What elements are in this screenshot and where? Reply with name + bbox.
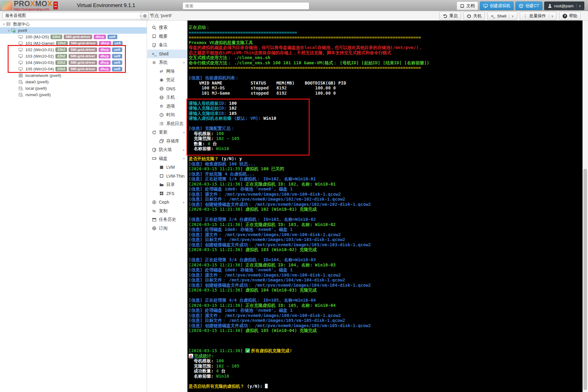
menu-item-更新[interactable]: 更新▾ [147, 128, 187, 137]
scrollbar-thumb[interactable] [583, 169, 587, 390]
tree-item--[interactable]: ∨数据中心 [0, 21, 147, 27]
tree-item-103-win10-02-[interactable]: 103 (Win10-02)22h2580-grid-driverdhcpuef… [0, 53, 147, 59]
menu-item-主机[interactable]: 主机 [147, 93, 187, 102]
chevron-right-icon[interactable]: ▸ [183, 201, 185, 204]
tree-item-nvme0-pve9-[interactable]: nvme0 (pve9) [0, 92, 147, 98]
gear-icon: ⚙ [159, 104, 164, 108]
menu-item-概要[interactable]: 概要 [147, 32, 187, 41]
terminal-line: [信息] 检查虚拟机 100 状态... [189, 161, 582, 167]
terminal-text: 母盘的虚拟机磁盘必须为目录存储池，你可以将母盘磁盘放在local存储池，也可以放… [189, 45, 423, 50]
menu-item-label: 任务历史 [159, 217, 176, 222]
tree-item-101-mj-game-[interactable]: 101 (MJ-Game)22h2580-grid-driverdhcpuefi [0, 40, 147, 47]
terminal-text: [信息] 创建链接磁盘文件成功： /mnt/pve/nvme0/images/1… [189, 202, 371, 207]
node-button-help[interactable]: ?帮助 [559, 12, 581, 20]
user-menu-button[interactable]: root@pam∨ [544, 2, 584, 10]
tree-item-label: 数据中心 [13, 21, 30, 27]
tree-item-localnetwork-pve9-[interactable]: localnetwork (pve9) [0, 72, 147, 79]
menu-item-选项[interactable]: ⚙选项 [147, 102, 187, 111]
menu-item-订阅[interactable]: 订阅 [147, 224, 187, 233]
search-icon [151, 25, 157, 30]
node-button-ellipsis[interactable]: ⋮批量操作∨ [520, 12, 557, 20]
menu-item-目录[interactable]: 目录 [147, 180, 187, 189]
terminal-text: 所有虚拟机克隆完成! [251, 348, 292, 353]
menu-item-zfs[interactable]: ZFS [147, 189, 187, 198]
menu-item-系统日志[interactable]: 系统日志 [147, 119, 187, 128]
tree-item-pve9[interactable]: ∨pve9 [0, 27, 147, 34]
resource-tree: ∨数据中心∨pve9100 (MJ-OS)22h2580-grid-driver… [0, 21, 147, 392]
tree-item-102-win10-01-[interactable]: 102 (Win10-01)22h2580-grid-driverdhcpuef… [0, 47, 147, 53]
terminal-text: 请输入母机模板 [189, 101, 219, 106]
header-button-cube[interactable]: 创建CT [515, 2, 542, 10]
chevron-down-icon[interactable]: ▾ [183, 131, 185, 134]
header-button-monitor[interactable]: 创建虚拟机 [480, 2, 514, 10]
terminal-text: 是否开始克隆？ [189, 156, 221, 161]
help-icon: ? [563, 14, 567, 18]
person-icon [548, 4, 552, 8]
panel-title: 节点 'pve9' [150, 11, 172, 20]
menu-item-备注[interactable]: 备注 [147, 41, 187, 50]
menu-item-任务历史[interactable]: 任务历史 [147, 215, 187, 224]
tree-item-local-pve9-[interactable]: local (pve9) [0, 85, 147, 92]
node-button-terminal[interactable]: >_Shell∨ [487, 12, 517, 20]
tree-settings-button[interactable]: ⚙ [141, 12, 149, 20]
terminal-text: 正在克隆虚拟机 ID: 105, 名称: Win10-04 [243, 303, 336, 308]
menu-item-shell[interactable]: >_Shell [147, 50, 187, 58]
terminal-line: [信息] 处理磁盘 ide0: 存储池 'nvme0', 磁盘 1 [189, 308, 582, 313]
chevron-down-icon[interactable]: ▾ [183, 157, 185, 160]
terminal-line: [信息] 处理磁盘 ide0: 存储池 'nvme0', 磁盘 1 [189, 187, 582, 192]
node-button-power[interactable]: 关机 [463, 12, 485, 20]
menu-item-搜索[interactable]: 搜索 [147, 23, 187, 32]
terminal-text: [信息] 源文件： /mnt/pve/nvme0/images/100/vm-1… [189, 273, 341, 277]
chevron-down-icon[interactable]: ▾ [183, 61, 185, 64]
menu-item-lvm[interactable]: LVM [147, 163, 187, 172]
button-label: Shell [497, 14, 506, 18]
menu-item-防火墙[interactable]: 防火墙▸ [147, 145, 187, 154]
tree-item-label: local (pve9) [25, 86, 47, 91]
proxmox-logo[interactable]: PROXMOX https://yangwenqing.com [2, 0, 58, 11]
tree-item-data0-pve9-[interactable]: data0 (pve9) [0, 79, 147, 85]
terminal-line: [2026-03-15 11:21:36] 正在克隆虚拟机 ID: 105, 名… [189, 303, 582, 308]
node-button-undo[interactable]: 重启 [439, 12, 461, 20]
expander-chevron-icon[interactable]: ∨ [7, 29, 11, 32]
menu-item-ceph[interactable]: Ceph▸ [147, 198, 187, 207]
shell-terminal[interactable]: 正在启动：===================================… [187, 21, 582, 392]
terminal-text: Win10 [216, 146, 229, 151]
chevron-right-icon[interactable]: ▸ [183, 148, 185, 152]
terminal-text: (y/N): y [221, 156, 242, 161]
view-selector[interactable]: 服务器视图 ∨ [2, 12, 145, 19]
question-icon: ? [563, 14, 567, 18]
logo-avatar-image [2, 1, 12, 10]
vm-tag: dhcp [99, 54, 111, 58]
menu-item-dns[interactable]: DNS [147, 85, 187, 93]
terminal-text: 102 [229, 106, 237, 111]
global-search [183, 2, 309, 9]
terminal-line: [信息] 正在处理第 1/4 台虚拟机： ID=102, 名称=Win10-01 [189, 176, 582, 182]
storage-icon [18, 80, 24, 85]
expander-chevron-icon[interactable]: ∨ [2, 22, 6, 26]
menu-item-存储库[interactable]: 存储库 [147, 137, 187, 146]
tree-item-105-win10-04-[interactable]: 105 (Win10-04)22h2580-grid-driverdhcpuef… [0, 66, 147, 72]
copy-icon [159, 139, 164, 143]
terminal-text: [2026-03-15 11:21:35] [189, 166, 243, 171]
menu-item-系统[interactable]: ⚙系统▾ [147, 58, 187, 67]
search-input[interactable] [183, 4, 309, 8]
terminal-line: [信息] 源文件： /mnt/pve/nvme0/images/100/vm-1… [189, 192, 582, 197]
power-icon [467, 14, 471, 18]
menu-item-label: 系统 [159, 60, 168, 65]
menu-item-lvm-thin[interactable]: LVM-Thin [147, 172, 187, 181]
menu-item-label: 主机 [166, 95, 175, 100]
menu-item-磁盘[interactable]: 磁盘▾ [147, 154, 187, 163]
terminal-text: ========================================… [189, 65, 421, 70]
menu-item-label: Shell [159, 51, 168, 56]
tree-item-104-win10-03-[interactable]: 104 (Win10-03)22h2580-grid-driverdhcpuef… [0, 59, 147, 66]
menu-item-网络[interactable]: ⇄网络 [147, 67, 187, 76]
header-button-book[interactable]: 文档 [457, 2, 478, 10]
tree-item-100-mj-os-[interactable]: 100 (MJ-OS)22h2580-grid-driverdhcpuefi [0, 34, 147, 40]
terminal-text: 请输入克隆起始 [189, 106, 219, 111]
menu-item-凭证[interactable]: 凭证 [147, 76, 187, 85]
menu-item-复制[interactable]: ⇆复制 [147, 207, 187, 216]
terminal-line: 母盘的虚拟机磁盘必须为目录存储池，你可以将母盘磁盘放在local存储池，也可以放… [189, 45, 582, 50]
menu-item-时间[interactable]: 时间 [147, 111, 187, 119]
terminal-text: 正在克隆虚拟机 ID: 102, 名称: Win10-01 [243, 182, 336, 187]
button-label: 创建CT [525, 3, 539, 9]
